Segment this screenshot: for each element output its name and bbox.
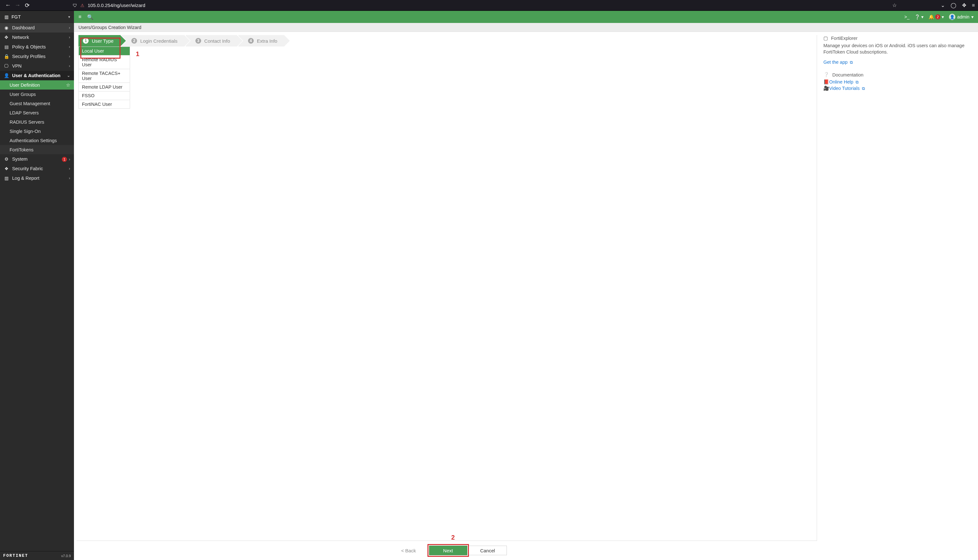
version-label: v7.0.9 [61,554,71,558]
wizard-steps: 1User Type 2Login Credentials 3Contact I… [78,35,817,47]
sidebar-item-vpn[interactable]: 🖵VPN › [0,61,74,71]
device-selector[interactable]: ▥FGT ▾ [0,11,74,23]
back-button[interactable]: < Back [390,546,428,555]
device-name: FGT [12,14,21,20]
wizard-panel: 1 1User Type 2Login Credentials 3Contact… [74,32,820,560]
chevron-down-icon: ⌄ [67,73,70,78]
sidebar-item-user-auth[interactable]: 👤User & Authentication ⌄ [0,71,74,80]
chevron-right-icon: › [69,25,70,30]
username-label: admin [957,14,970,20]
policy-icon: ▤ [4,44,9,49]
notification-count: 2 [935,14,940,20]
system-badge: 1 [62,157,67,162]
sidebar-sub-sso[interactable]: Single Sign-On [0,127,74,136]
vpn-icon: 🖵 [4,63,9,68]
browser-back-icon[interactable]: ← [3,2,13,8]
wizard-step-extra-info[interactable]: 4Extra Info [238,35,284,47]
fortiexplorer-desc: Manage your devices on iOS or Android. i… [823,43,975,55]
bookmark-star-icon[interactable]: ☆ [892,2,897,8]
fortinet-logo: FORTINET [3,553,28,558]
help-circle-icon: ❔ [823,72,829,77]
fortiexplorer-heading: ▢ FortiExplorer [823,36,975,41]
option-local-user[interactable]: Local User [78,47,130,55]
chevron-right-icon: › [69,167,70,171]
fabric-icon: ❖ [4,166,9,171]
hamburger-menu-icon[interactable]: ≡ [78,14,81,20]
insecure-lock-icon[interactable]: ⚠ [80,3,85,8]
sidebar-sub-user-groups[interactable]: User Groups [0,90,74,99]
extensions-icon[interactable]: ✥ [962,2,966,8]
breadcrumb-text: Users/Groups Creation Wizard [78,25,141,30]
option-remote-radius[interactable]: Remote RADIUS User [78,55,130,69]
sidebar-item-log-report[interactable]: ▥Log & Report › [0,173,74,183]
sidebar-item-policy[interactable]: ▤Policy & Objects › [0,42,74,52]
get-the-app-link[interactable]: Get the app ⧉ [823,60,853,65]
chart-icon: ▥ [4,176,9,181]
phone-icon: ▢ [823,36,828,41]
main-area: ≡ 🔍 >_ ❔ ▾ 🔔 2 ▾ 👤 admin ▾ Users/Groups [74,11,978,560]
breadcrumb: Users/Groups Creation Wizard [74,23,978,32]
search-icon[interactable]: 🔍 [87,14,93,20]
avatar-icon: 👤 [949,14,955,20]
cancel-button[interactable]: Cancel [468,546,507,555]
chevron-right-icon: › [69,54,70,58]
browser-forward-icon[interactable]: → [13,2,22,8]
browser-url-text: 105.0.0.254/ng/user/wizard [88,3,892,8]
sidebar-sub-guest-mgmt[interactable]: Guest Management [0,99,74,108]
option-fsso[interactable]: FSSO [78,92,130,100]
documentation-heading: ❔ Documentation [823,72,975,77]
wizard-step-login-credentials[interactable]: 2Login Credentials [122,35,185,47]
sidebar-item-security-fabric[interactable]: ❖Security Fabric › [0,164,74,173]
annotation-number-1: 1 [136,50,139,58]
lock-icon: 🔒 [4,54,9,59]
sidebar-footer: FORTINET v7.0.9 [0,551,74,560]
sidebar-item-system[interactable]: ⚙System 1› [0,154,74,164]
sidebar-item-network[interactable]: ✥Network › [0,33,74,42]
browser-reload-icon[interactable]: ⟳ [22,2,32,9]
menu-icon[interactable]: ≡ [972,3,975,8]
chevron-right-icon: › [69,176,70,180]
star-icon[interactable]: ☆ [66,83,70,88]
sidebar-sub-user-definition[interactable]: User Definition ☆ [0,80,74,90]
right-info-panel: ▢ FortiExplorer Manage your devices on i… [820,32,978,560]
external-link-icon: ⧉ [855,80,859,85]
device-icon: ▥ [4,14,9,20]
sidebar-sub-auth-settings[interactable]: Authentication Settings [0,136,74,145]
network-icon: ✥ [4,35,9,40]
sidebar-item-security-profiles[interactable]: 🔒Security Profiles › [0,52,74,61]
chevron-down-icon: ▾ [68,15,70,19]
sidebar: ▥FGT ▾ ◉Dashboard › ✥Network › ▤Policy &… [0,11,74,560]
sidebar-sub-radius-servers[interactable]: RADIUS Servers [0,117,74,127]
sidebar-item-dashboard[interactable]: ◉Dashboard › [0,23,74,33]
external-link-icon: ⧉ [861,86,865,91]
user-menu[interactable]: 👤 admin ▾ [949,14,973,20]
browser-url-bar[interactable]: 🛡 ⚠ 105.0.0.254/ng/user/wizard ☆ [70,1,903,10]
top-green-bar: ≡ 🔍 >_ ❔ ▾ 🔔 2 ▾ 👤 admin ▾ [74,11,978,23]
dashboard-icon: ◉ [4,25,9,30]
sidebar-sub-fortitokens[interactable]: FortiTokens [0,145,74,154]
chevron-down-icon: ▾ [971,14,973,20]
chevron-down-icon: ▾ [942,14,944,20]
chevron-right-icon: › [69,45,70,49]
wizard-step-contact-info[interactable]: 3Contact Info [186,35,237,47]
cli-icon[interactable]: >_ [905,14,910,20]
help-icon[interactable]: ❔ ▾ [915,14,923,20]
sidebar-sub-ldap-servers[interactable]: LDAP Servers [0,108,74,117]
pocket-icon[interactable]: ⌄ [941,2,945,8]
chevron-right-icon: › [69,35,70,40]
next-button[interactable]: Next [429,546,467,555]
video-icon: 🎥 [823,86,829,91]
online-help-link[interactable]: Online Help ⧉ [829,79,858,85]
browser-toolbar: ← → ⟳ 🛡 ⚠ 105.0.0.254/ng/user/wizard ☆ ⌄… [0,0,978,11]
option-fortinac[interactable]: FortiNAC User [78,100,130,109]
wizard-step-user-type[interactable]: 1User Type [78,35,120,47]
tracking-shield-icon[interactable]: 🛡 [73,3,77,8]
option-remote-ldap[interactable]: Remote LDAP User [78,83,130,92]
user-icon: 👤 [4,73,9,78]
external-link-icon: ⧉ [849,60,853,65]
option-remote-tacacs[interactable]: Remote TACACS+ User [78,69,130,83]
user-type-options: Local User Remote RADIUS User Remote TAC… [78,47,130,109]
account-icon[interactable]: ◯ [951,2,956,8]
video-tutorials-link[interactable]: Video Tutorials ⧉ [829,86,865,91]
notifications-button[interactable]: 🔔 2 ▾ [929,14,944,20]
